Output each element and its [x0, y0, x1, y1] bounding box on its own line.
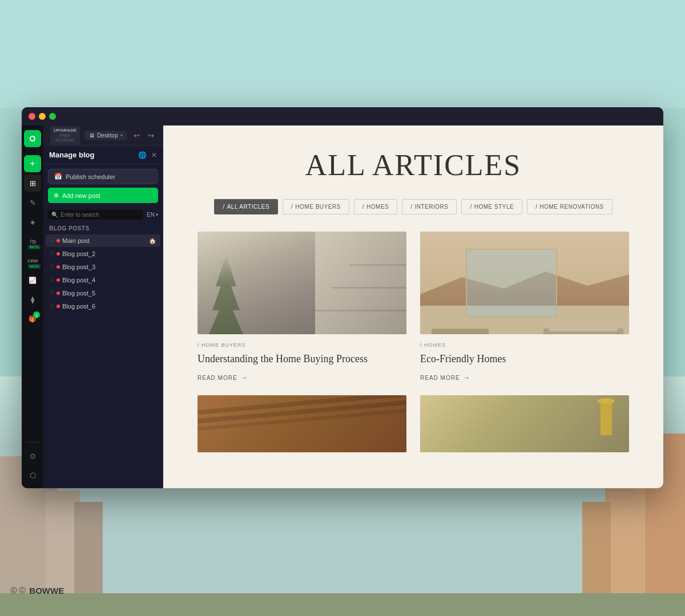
edit-icon[interactable]: ✎ — [24, 194, 41, 211]
camera-icon[interactable]: ⊙ — [24, 447, 41, 464]
home-icon: 🏠 — [149, 238, 156, 244]
plus-circle-icon: ⊕ — [54, 192, 59, 199]
page-preview: ALL ARTICLES / ALL ARTICLES / HOME BUYER… — [163, 125, 663, 488]
article-grid: / HOME BUYERS Understanding the Home Buy… — [198, 232, 629, 382]
blog-posts-list: ⠿ Main post 🏠 ⠿ Blog post_2 ⠿ Blog post_… — [43, 234, 163, 488]
main-toolbar: UPGRADE FREE ACCOUNT 🖥 Desktop ▾ ↩ ↪ ⤢ — [43, 125, 163, 146]
article-category-1: / HOMES — [420, 342, 629, 348]
search-icon: 🔍 — [51, 212, 58, 218]
slash-icon: / — [291, 204, 293, 210]
drag-handle: ⠿ — [50, 290, 54, 296]
slash-icon: / — [223, 204, 224, 210]
panel-header: Manage blog 🌐 ✕ — [43, 146, 163, 164]
close-panel-icon[interactable]: ✕ — [151, 151, 157, 159]
status-dot — [57, 265, 60, 269]
maximize-dot[interactable] — [49, 113, 56, 120]
drag-handle: ⠿ — [50, 264, 54, 270]
status-dot — [57, 252, 60, 256]
shield-icon[interactable]: ⬡ — [24, 467, 41, 484]
article-card-2 — [198, 395, 406, 452]
logo-icon[interactable]: O — [24, 130, 41, 147]
drag-handle: ⠿ — [50, 238, 54, 244]
article-image-0 — [198, 232, 406, 334]
crm-icon[interactable]: CRM BETA — [24, 252, 41, 269]
search-row: 🔍 EN ▾ — [43, 208, 163, 222]
add-new-post-button[interactable]: ⊕ Add new post — [48, 188, 158, 203]
status-dot — [57, 239, 60, 242]
close-dot[interactable] — [29, 113, 35, 120]
category-tab-renovations[interactable]: / HOME RENOVATIONS — [527, 199, 612, 214]
arrow-icon: → — [241, 374, 248, 382]
category-tab-homebuyers[interactable]: / HOME BUYERS — [283, 199, 349, 214]
category-tab-homes[interactable]: / HOMES — [354, 199, 397, 214]
blog-post-item-5[interactable]: ⠿ Blog post_6 — [46, 300, 160, 313]
article-title-0: Understanding the Home Buying Process — [198, 352, 406, 366]
undo-button[interactable]: ↩ — [132, 129, 142, 141]
blog-post-item-0[interactable]: ⠿ Main post 🏠 — [46, 234, 160, 247]
slash-icon: / — [535, 204, 537, 210]
article-card-0: / HOME BUYERS Understanding the Home Buy… — [198, 232, 406, 382]
category-tab-homestyle[interactable]: / HOME STYLE — [461, 199, 522, 214]
store-icon[interactable]: 🛍 BETA — [24, 233, 41, 250]
upgrade-button[interactable]: UPGRADE FREE ACCOUNT — [50, 126, 80, 144]
blog-posts-section-title: Blog posts — [43, 222, 163, 234]
blog-panel: UPGRADE FREE ACCOUNT 🖥 Desktop ▾ ↩ ↪ ⤢ — [43, 125, 163, 488]
blog-page: ALL ARTICLES / ALL ARTICLES / HOME BUYER… — [163, 125, 663, 475]
redo-button[interactable]: ↪ — [146, 129, 156, 141]
gift-icon[interactable]: 🎁 1 — [24, 310, 41, 327]
category-tabs: / ALL ARTICLES / HOME BUYERS / HOMES / — [198, 199, 629, 214]
article-title-1: Eco-Friendly Homes — [420, 352, 629, 366]
article-category-0: / HOME BUYERS — [198, 342, 406, 348]
device-selector[interactable]: 🖥 Desktop ▾ — [84, 131, 127, 140]
status-dot — [57, 291, 60, 295]
design-icon[interactable]: ◈ — [24, 213, 41, 230]
blog-post-item-1[interactable]: ⠿ Blog post_2 — [46, 248, 160, 260]
category-tab-all[interactable]: / ALL ARTICLES — [214, 199, 278, 214]
slash-icon: / — [470, 204, 472, 210]
pages-icon[interactable]: ⊞ — [24, 175, 41, 192]
analytics-icon[interactable]: 📈 — [24, 271, 41, 289]
slash-icon: / — [410, 204, 412, 210]
read-more-1[interactable]: READ MORE → — [420, 374, 629, 382]
layers-icon[interactable]: ⧫ — [24, 291, 41, 308]
article-image-1 — [420, 232, 629, 334]
title-bar — [22, 107, 663, 125]
article-card-3 — [420, 395, 629, 452]
status-dot — [57, 305, 60, 308]
arrow-icon: → — [464, 374, 471, 382]
slash-icon: / — [362, 204, 364, 210]
blog-post-item-4[interactable]: ⠿ Blog post_5 — [46, 287, 160, 299]
globe-icon[interactable]: 🌐 — [138, 151, 147, 159]
icon-sidebar: O + ⊞ ✎ ◈ 🛍 BETA — [22, 125, 43, 488]
status-dot — [57, 278, 60, 282]
search-wrap: 🔍 — [48, 210, 143, 220]
article-card-1: / HOMES Eco-Friendly Homes READ MORE → — [420, 232, 629, 382]
drag-handle: ⠿ — [50, 303, 54, 309]
panel-title: Manage blog — [49, 151, 94, 159]
blog-post-item-3[interactable]: ⠿ Blog post_4 — [46, 274, 160, 286]
calendar-icon: 📅 — [54, 173, 62, 180]
browser-window: O + ⊞ ✎ ◈ 🛍 BETA — [22, 107, 663, 488]
category-tab-interiors[interactable]: / INTERIORS — [402, 199, 457, 214]
article-row-2 — [198, 395, 629, 452]
drag-handle: ⠿ — [50, 277, 54, 283]
panel-actions: 📅 Publish scheduler ⊕ Add new post — [43, 164, 163, 208]
page-title: ALL ARTICLES — [198, 148, 629, 182]
read-more-0[interactable]: READ MORE → — [198, 374, 406, 382]
drag-handle: ⠿ — [50, 251, 54, 257]
bowwe-logo: Ⓒ Ⓒ BOWWE — [10, 586, 64, 595]
publish-scheduler-button[interactable]: 📅 Publish scheduler — [48, 169, 158, 184]
language-selector[interactable]: EN ▾ — [147, 212, 158, 218]
editor-area: ALL ARTICLES / ALL ARTICLES / HOME BUYER… — [163, 125, 663, 488]
search-input[interactable] — [61, 212, 140, 218]
minimize-dot[interactable] — [39, 113, 46, 120]
background-teal — [0, 0, 685, 108]
add-icon[interactable]: + — [24, 155, 41, 172]
blog-post-item-2[interactable]: ⠿ Blog post_3 — [46, 261, 160, 273]
